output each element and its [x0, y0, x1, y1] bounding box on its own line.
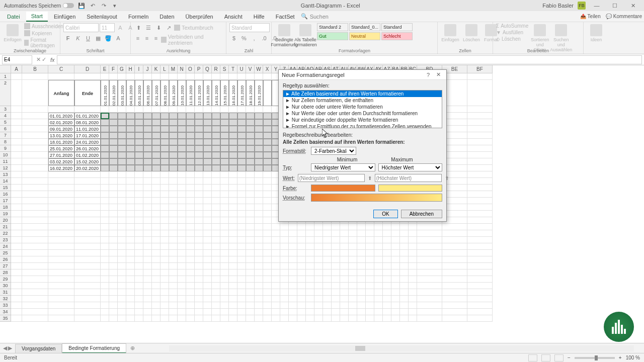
col-header[interactable]: N	[178, 65, 186, 73]
col-header[interactable]: Q	[203, 65, 212, 73]
row-header[interactable]: 4	[0, 113, 11, 119]
conditional-formatting-button[interactable]: Bedingte Formatierung	[275, 23, 294, 48]
row-header[interactable]: 15	[0, 185, 11, 191]
row-header[interactable]: 20	[0, 217, 11, 224]
orientation-icon[interactable]: ↗	[164, 23, 173, 32]
page-layout-view-icon[interactable]	[541, 354, 550, 361]
zoom-slider[interactable]	[575, 357, 615, 359]
ok-button[interactable]: OK	[373, 210, 397, 218]
row-header[interactable]: 14	[0, 178, 11, 185]
increase-font-icon[interactable]: A	[116, 23, 125, 32]
zoom-level[interactable]: 100 %	[626, 355, 640, 360]
tab-view[interactable]: Ansicht	[219, 12, 248, 21]
qat-customize-icon[interactable]: ▾	[111, 2, 118, 9]
fx-icon[interactable]: fx	[48, 57, 57, 63]
rule-type-item[interactable]: ► Alle Zellen basierend auf ihren Werten…	[283, 90, 442, 97]
row-header[interactable]: 7	[0, 132, 11, 139]
max-picker-icon[interactable]: ⬆	[445, 173, 449, 183]
sheet-nav-first-icon[interactable]: ◀	[3, 345, 7, 351]
name-box[interactable]	[2, 55, 32, 64]
user-avatar[interactable]: FB	[578, 2, 586, 10]
col-header[interactable]: V	[246, 65, 255, 73]
sheet-nav-last-icon[interactable]: ▶	[8, 345, 12, 351]
min-color-select[interactable]	[311, 185, 375, 192]
col-header[interactable]: R	[212, 65, 220, 73]
enter-formula-icon[interactable]: ✓	[42, 56, 46, 63]
fill-color-icon[interactable]: 🪣	[104, 34, 113, 43]
row-header[interactable]: 13	[0, 171, 11, 178]
max-color-select[interactable]	[378, 185, 443, 192]
format-as-table-button[interactable]: Als Tabelle formatieren	[296, 23, 315, 48]
format-painter-button[interactable]: Format übertragen	[24, 37, 63, 48]
col-header[interactable]: D	[74, 65, 101, 73]
cancel-button[interactable]: Abbrechen	[401, 210, 442, 218]
row-header[interactable]: 29	[0, 276, 11, 283]
merge-button[interactable]: Verbinden und zentrieren	[161, 34, 223, 46]
col-header[interactable]: P	[195, 65, 203, 73]
row-header[interactable]: 35	[0, 315, 11, 322]
col-header[interactable]: A	[11, 65, 22, 73]
style-std[interactable]: Standard	[381, 23, 413, 31]
col-header[interactable]: G	[118, 65, 126, 73]
sheet-tab-bedingte-formatierung[interactable]: Bedingte Formatierung	[62, 343, 126, 353]
rule-type-list[interactable]: ► Alle Zellen basierend auf ihren Werten…	[283, 90, 442, 128]
cut-button[interactable]: Ausschneiden	[24, 23, 63, 29]
style-std0[interactable]: Standard_0...	[349, 23, 380, 31]
search-box[interactable]: 🔍 Suchen	[301, 13, 329, 20]
row-header[interactable]: 2	[0, 80, 11, 106]
align-bottom-icon[interactable]: ⬇	[154, 23, 163, 32]
row-header[interactable]: 3	[0, 106, 11, 113]
row-header[interactable]: 24	[0, 243, 11, 250]
paste-button[interactable]: Einfügen	[3, 23, 22, 43]
dialog-titlebar[interactable]: Neue Formatierungsregel ? ✕	[279, 70, 446, 80]
row-header[interactable]: 31	[0, 289, 11, 296]
col-header[interactable]: U	[237, 65, 246, 73]
col-header[interactable]: I	[135, 65, 143, 73]
font-size-select[interactable]	[100, 23, 115, 32]
currency-icon[interactable]: $	[229, 34, 238, 43]
row-header[interactable]: 19	[0, 211, 11, 217]
comments-button[interactable]: 💬 Kommentare	[606, 14, 642, 19]
toggle-switch[interactable]	[63, 3, 74, 8]
row-header[interactable]: 9	[0, 145, 11, 152]
col-header[interactable]: E	[101, 65, 109, 73]
select-all-corner[interactable]	[0, 65, 11, 73]
row-header[interactable]: 33	[0, 302, 11, 309]
col-header[interactable]: X	[263, 65, 272, 73]
bold-icon[interactable]: F	[63, 34, 72, 43]
page-break-view-icon[interactable]	[554, 354, 564, 361]
save-icon[interactable]: 💾	[78, 2, 85, 9]
tab-formulas[interactable]: Formeln	[123, 12, 153, 21]
align-right-icon[interactable]: ≡	[152, 34, 160, 43]
max-type-select[interactable]: Höchster Wert	[378, 163, 443, 171]
col-header[interactable]: O	[186, 65, 195, 73]
col-header[interactable]: K	[152, 65, 160, 73]
style-neutral[interactable]: Neutral	[349, 32, 380, 40]
row-header[interactable]: 1	[0, 73, 11, 80]
wrap-text-button[interactable]: Textumbruch	[174, 23, 213, 32]
dialog-help-icon[interactable]: ?	[423, 72, 433, 78]
col-header[interactable]: F	[109, 65, 118, 73]
cell-styles-gallery[interactable]: Standard 2 Standard_0... Standard Gut Ne…	[317, 23, 413, 40]
row-header[interactable]: 10	[0, 152, 11, 158]
autosave-toggle[interactable]: Automatisches Speichern	[4, 3, 74, 9]
col-header[interactable]: J	[143, 65, 152, 73]
tab-page-layout[interactable]: Seitenlayout	[82, 12, 122, 21]
align-middle-icon[interactable]: ☰	[144, 23, 153, 32]
border-icon[interactable]: ▦	[94, 34, 103, 43]
col-header[interactable]: W	[255, 65, 263, 73]
row-header[interactable]: 23	[0, 237, 11, 243]
sheet-tab-vorgangsdaten[interactable]: Vorgangsdaten	[15, 344, 62, 353]
col-header[interactable]: H	[126, 65, 135, 73]
row-header[interactable]: 25	[0, 250, 11, 256]
row-header[interactable]: 30	[0, 283, 11, 289]
style-bad[interactable]: Schlecht	[381, 32, 413, 40]
tab-review[interactable]: Überprüfen	[181, 12, 218, 21]
style-std2[interactable]: Standard 2	[317, 23, 348, 31]
underline-icon[interactable]: U	[84, 34, 93, 43]
minimize-icon[interactable]: —	[590, 1, 604, 11]
row-header[interactable]: 12	[0, 165, 11, 171]
row-header[interactable]: 32	[0, 296, 11, 302]
increase-decimal-icon[interactable]: .0	[260, 34, 269, 43]
col-header[interactable]: S	[220, 65, 229, 73]
